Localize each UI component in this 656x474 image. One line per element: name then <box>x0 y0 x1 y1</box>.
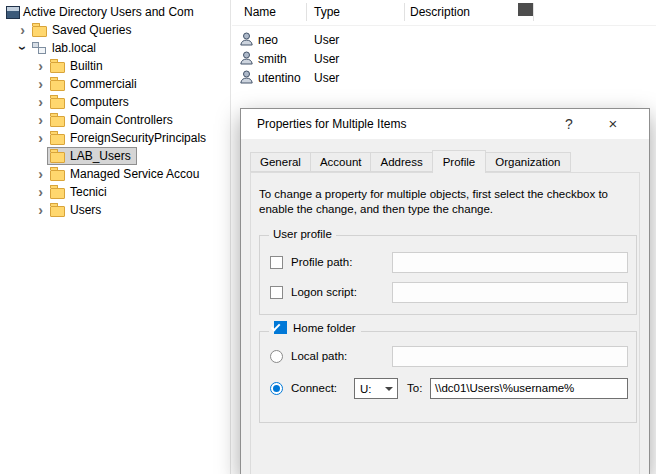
local-path-label: Local path: <box>291 346 347 367</box>
background-window-fragment <box>518 3 533 16</box>
user-icon <box>240 70 253 87</box>
folder-icon <box>50 152 65 163</box>
connect-label: Connect: <box>291 378 337 399</box>
tree-item-label: Managed Service Accou <box>70 167 199 181</box>
list-cell-name: neo <box>258 33 278 47</box>
column-divider[interactable] <box>533 3 534 21</box>
tree-item-saved-queries[interactable]: › Saved Queries <box>0 21 230 39</box>
home-folder-checkbox[interactable] <box>274 321 287 334</box>
dialog-title: Properties for Multiple Items <box>257 109 406 139</box>
connect-radio[interactable] <box>270 382 283 395</box>
folder-icon <box>50 188 65 199</box>
folder-icon <box>50 98 65 109</box>
logon-script-input[interactable] <box>392 282 628 303</box>
list-cell-type: User <box>314 71 339 85</box>
to-label: To: <box>407 378 422 399</box>
tree-item-domain-controllers[interactable]: › Domain Controllers <box>0 111 230 129</box>
tree-item-users[interactable]: › Users <box>0 201 230 219</box>
local-path-input[interactable] <box>392 346 628 367</box>
chevron-collapsed-icon[interactable]: › <box>34 58 47 74</box>
local-path-row: Local path: <box>270 346 628 367</box>
tab-address[interactable]: Address <box>370 152 432 172</box>
user-icon <box>240 51 253 68</box>
tree-item-commerciali[interactable]: › Commerciali <box>0 75 230 93</box>
folder-icon <box>50 80 65 91</box>
logon-script-row: Logon script: <box>270 282 628 303</box>
list-body: neo User smith User utentino User <box>232 30 656 87</box>
home-folder-group: Home folder Local path: Connect: U: To: … <box>259 331 637 423</box>
list-header: Name Type Description <box>232 0 656 26</box>
tree-item-label: ForeignSecurityPrincipals <box>70 131 206 145</box>
list-cell-type: User <box>314 52 339 66</box>
list-row[interactable]: smith User <box>232 49 656 68</box>
chevron-collapsed-icon[interactable]: › <box>34 94 47 110</box>
column-header-description[interactable]: Description <box>410 5 470 19</box>
profile-path-label: Profile path: <box>291 252 352 273</box>
folder-icon <box>50 170 65 181</box>
chevron-collapsed-icon[interactable]: › <box>34 202 47 218</box>
tree-item-label: Builtin <box>70 59 103 73</box>
chevron-collapsed-icon[interactable]: › <box>34 112 47 128</box>
folder-icon <box>50 62 65 73</box>
console-root-icon <box>6 6 20 19</box>
tab-organization[interactable]: Organization <box>485 152 570 172</box>
console-tree-pane: Active Directory Users and Com › Saved Q… <box>0 0 231 474</box>
chevron-collapsed-icon[interactable]: › <box>34 76 47 92</box>
tree-item-root[interactable]: Active Directory Users and Com <box>0 3 230 21</box>
tab-strip: General Account Address Profile Organiza… <box>250 152 570 173</box>
tab-profile[interactable]: Profile <box>432 150 487 173</box>
profile-path-input[interactable] <box>392 252 628 273</box>
profile-path-checkbox[interactable] <box>270 256 283 269</box>
tree-item-foreign-security-principals[interactable]: › ForeignSecurityPrincipals <box>0 129 230 147</box>
user-profile-group: User profile Profile path: Logon script: <box>259 235 637 315</box>
tree-item-label: Computers <box>70 95 129 109</box>
column-divider[interactable] <box>306 3 307 21</box>
folder-icon <box>32 26 47 37</box>
chevron-collapsed-icon[interactable]: › <box>34 184 47 200</box>
tree-item-computers[interactable]: › Computers <box>0 93 230 111</box>
domain-icon <box>32 42 47 54</box>
folder-icon <box>50 206 65 217</box>
tree-item-builtin[interactable]: › Builtin <box>0 57 230 75</box>
list-cell-name: smith <box>258 52 287 66</box>
tree-item-lab-users[interactable]: LAB_Users <box>0 147 230 165</box>
user-profile-group-title: User profile <box>269 228 336 240</box>
dialog-body: General Account Address Profile Organiza… <box>241 139 649 474</box>
tab-account[interactable]: Account <box>310 152 372 172</box>
user-icon <box>240 32 253 49</box>
chevron-collapsed-icon[interactable]: › <box>34 130 47 146</box>
home-folder-group-title: Home folder <box>269 321 361 334</box>
list-row[interactable]: utentino User <box>232 68 656 87</box>
local-path-radio[interactable] <box>270 350 283 363</box>
help-button[interactable]: ? <box>553 109 585 139</box>
tree-item-label: Saved Queries <box>52 23 131 37</box>
chevron-collapsed-icon[interactable]: › <box>16 22 29 38</box>
tree-item-label: Commerciali <box>70 77 137 91</box>
drive-letter-select[interactable]: U: <box>354 378 398 399</box>
column-header-type[interactable]: Type <box>314 5 340 19</box>
tree-item-label: Users <box>70 203 101 217</box>
drive-letter-value: U: <box>355 383 385 395</box>
logon-script-checkbox[interactable] <box>270 286 283 299</box>
dropdown-arrow-icon <box>385 387 393 391</box>
chevron-collapsed-icon[interactable]: › <box>34 166 47 182</box>
tree-item-label: Active Directory Users and Com <box>23 5 194 19</box>
connect-path-input[interactable]: \\dc01\Users\%username% <box>430 378 628 399</box>
list-cell-type: User <box>314 33 339 47</box>
tree-item-label: lab.local <box>52 41 96 55</box>
tree-item-tecnici[interactable]: › Tecnici <box>0 183 230 201</box>
column-header-name[interactable]: Name <box>244 5 276 19</box>
tree-item-lab-local[interactable]: › lab.local <box>0 39 230 57</box>
column-divider[interactable] <box>404 3 405 21</box>
chevron-expanded-icon[interactable]: › <box>15 42 31 55</box>
tree-item-label: Domain Controllers <box>70 113 173 127</box>
close-button[interactable]: × <box>597 109 629 139</box>
profile-path-row: Profile path: <box>270 252 628 273</box>
properties-dialog: Properties for Multiple Items ? × Genera… <box>240 108 650 474</box>
tree-item-managed-service-accounts[interactable]: › Managed Service Accou <box>0 165 230 183</box>
dialog-title-bar[interactable]: Properties for Multiple Items ? × <box>241 109 649 139</box>
tree-item-label: LAB_Users <box>70 149 131 163</box>
tab-general[interactable]: General <box>250 152 311 172</box>
home-folder-label: Home folder <box>293 322 356 334</box>
list-row[interactable]: neo User <box>232 30 656 49</box>
